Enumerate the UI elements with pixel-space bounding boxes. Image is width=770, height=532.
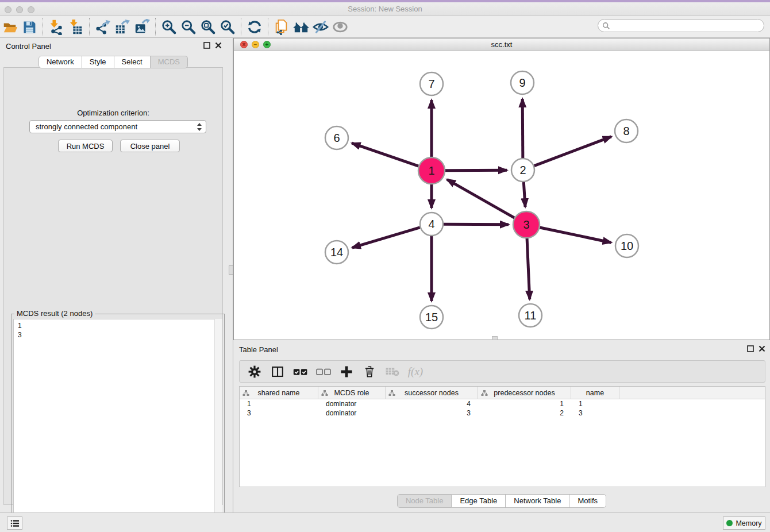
vertical-splitter-handle[interactable] [229,265,233,275]
network-canvas[interactable]: 7968124314101511 [234,51,769,340]
node-label-15: 15 [425,311,438,323]
node-label-2: 2 [519,164,526,176]
save-session-icon[interactable] [20,18,39,36]
table-cell[interactable]: dominator [318,408,386,418]
mcds-result-group: MCDS result (2 nodes) 13 [11,314,225,532]
toolbar-separator [43,18,43,36]
network-window-titlebar[interactable]: × − + scc.txt [234,38,769,51]
column-header-successor-nodes[interactable]: successor nodes [386,387,478,399]
show-all-icon[interactable] [330,18,350,36]
select-all-icon[interactable] [290,362,311,381]
open-session-icon[interactable] [0,18,20,36]
mcds-result-line: 3 [18,330,222,340]
node-label-1: 1 [428,164,434,177]
table-cell[interactable]: 3 [571,408,619,418]
optimization-criterion-value: strongly connected component [36,122,137,131]
hide-selected-icon[interactable] [311,18,330,36]
table-cell[interactable]: 2 [478,408,571,418]
tab-edge-table[interactable]: Edge Table [452,494,506,508]
search-field[interactable] [598,19,764,32]
dropdown-stepper-icon [196,122,203,132]
table-header-row: shared nameMCDS rolesuccessor nodesprede… [240,387,765,399]
tab-mcds[interactable]: MCDS [151,56,188,68]
column-header-predecessor-nodes[interactable]: predecessor nodes [478,387,571,399]
column-type-icon [321,390,328,396]
table-toolbar: f(x) [239,360,765,383]
result-scrollbar[interactable] [214,319,222,531]
edge-1-6[interactable] [352,143,418,166]
table-row[interactable]: 1dominator411 [240,399,765,408]
function-builder-icon: f(x) [405,362,426,381]
export-network-icon[interactable] [93,18,113,36]
table-cell[interactable]: 1 [571,399,619,408]
float-panel-icon[interactable] [747,345,754,352]
import-table-icon[interactable] [66,18,86,36]
mcds-result-title: MCDS result (2 nodes) [14,309,95,318]
optimization-criterion-label: Optimization criterion: [4,109,222,117]
tab-motifs[interactable]: Motifs [569,494,606,508]
table-cell[interactable]: 1 [240,399,318,408]
table-tabs: Node TableEdge TableNetwork TableMotifs [233,494,770,508]
table-settings-icon[interactable] [244,362,265,381]
tab-node-table[interactable]: Node Table [397,494,452,508]
table-row[interactable]: 3dominator323 [240,408,765,418]
task-history-button[interactable] [7,516,22,530]
close-panel-icon[interactable] [759,345,765,352]
table-cell[interactable]: 4 [386,399,478,408]
zoom-in-icon[interactable] [159,18,179,36]
control-panel-tabs: NetworkStyleSelectMCDS [0,56,226,68]
edge-2-9[interactable] [522,99,523,158]
float-panel-icon[interactable] [203,42,210,49]
home-icon[interactable] [291,18,311,36]
memory-button[interactable]: Memory [723,516,765,530]
column-header-name[interactable]: name [571,387,619,399]
close-panel-button[interactable]: Close panel [120,140,180,152]
column-type-icon [388,390,395,396]
zoom-out-icon[interactable] [179,18,198,36]
zoom-fit-icon[interactable] [198,18,218,36]
delete-column-icon[interactable] [359,362,380,381]
run-mcds-button[interactable]: Run MCDS [58,140,113,152]
table-cell[interactable]: 1 [478,399,571,408]
node-label-14: 14 [330,246,343,259]
tab-network-table[interactable]: Network Table [506,494,569,508]
edge-2-8[interactable] [534,137,611,166]
toolbar-separator [89,18,90,36]
folder-back [4,23,16,27]
import-network-icon[interactable] [47,18,66,36]
tab-select[interactable]: Select [114,56,151,68]
titlebar: Session: New Session [0,2,770,16]
show-columns-icon[interactable] [267,362,288,381]
tab-network[interactable]: Network [38,56,82,68]
column-label: successor nodes [405,389,459,397]
search-input[interactable] [610,22,754,30]
network-window: × − + scc.txt 7968124314101511 [233,38,770,340]
add-column-icon[interactable] [336,362,357,381]
table-cell[interactable]: 3 [240,408,318,418]
table-panel-title: Table Panel [239,345,278,354]
edge-4-3[interactable] [444,224,509,225]
edge-4-14[interactable] [352,228,420,248]
column-label: MCDS role [334,389,369,397]
export-table-icon[interactable] [113,18,132,36]
mcds-result-list[interactable]: 13 [13,319,222,531]
zoom-selected-icon[interactable] [218,18,237,36]
table-cell[interactable]: dominator [318,399,386,408]
optimization-criterion-select[interactable]: strongly connected component [29,120,206,133]
column-label: name [586,389,604,397]
refresh-icon[interactable] [245,18,264,36]
edge-2-3[interactable] [523,182,525,207]
column-header-mcds-role[interactable]: MCDS role [318,387,386,399]
export-image-icon[interactable] [132,18,152,36]
edge-3-11[interactable] [527,238,530,299]
duplicate-network-icon[interactable] [272,18,291,36]
deselect-all-icon[interactable] [313,362,334,381]
close-panel-icon[interactable] [215,42,222,49]
edge-1-2[interactable] [445,170,507,171]
tab-style[interactable]: Style [82,56,114,68]
table-cell[interactable]: 3 [386,408,478,418]
horizontal-splitter-handle[interactable] [492,336,498,340]
edge-3-10[interactable] [540,228,611,242]
edge-3-1[interactable] [447,179,514,218]
column-header-shared-name[interactable]: shared name [240,387,318,399]
